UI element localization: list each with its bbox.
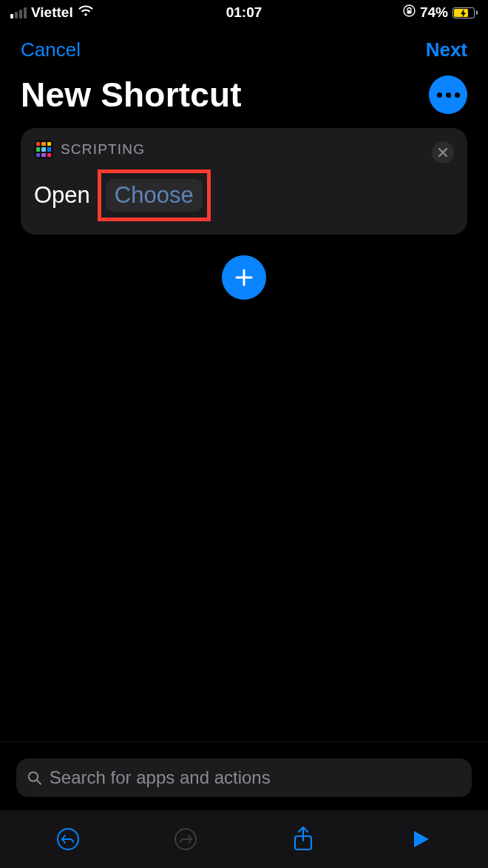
page-title: New Shortcut xyxy=(21,75,242,115)
redo-icon xyxy=(173,827,198,852)
bottom-toolbar xyxy=(0,810,488,868)
battery-icon xyxy=(453,7,478,18)
highlight-annotation: Choose xyxy=(98,169,211,221)
search-field-wrap[interactable] xyxy=(16,758,472,797)
undo-icon xyxy=(55,827,81,852)
carrier-label: Viettel xyxy=(31,4,73,21)
share-icon xyxy=(292,826,314,852)
add-action-button[interactable] xyxy=(222,255,266,300)
cancel-button[interactable]: Cancel xyxy=(21,38,81,61)
play-icon xyxy=(410,829,431,850)
run-button[interactable] xyxy=(402,821,439,858)
choose-parameter-button[interactable]: Choose xyxy=(106,179,203,212)
svg-rect-1 xyxy=(407,10,411,14)
action-verb: Open xyxy=(34,182,90,209)
title-row: New Shortcut xyxy=(0,67,488,128)
close-icon xyxy=(438,147,448,158)
nav-bar: Cancel Next xyxy=(0,25,488,67)
redo-button[interactable] xyxy=(167,821,204,858)
status-bar: Viettel 01:07 74% xyxy=(0,0,488,25)
status-right: 74% xyxy=(403,4,478,21)
undo-button[interactable] xyxy=(50,821,87,858)
action-category-label: SCRIPTING xyxy=(61,141,145,158)
status-left: Viettel xyxy=(10,4,94,21)
next-button[interactable]: Next xyxy=(426,38,467,61)
ellipsis-icon xyxy=(437,92,460,98)
plus-icon xyxy=(234,267,254,288)
cellular-signal-icon xyxy=(10,7,27,18)
scripting-app-icon xyxy=(34,140,53,159)
search-input[interactable] xyxy=(50,767,461,788)
search-icon xyxy=(27,770,42,786)
wifi-icon xyxy=(78,4,94,21)
clock: 01:07 xyxy=(226,4,262,21)
orientation-lock-icon xyxy=(403,4,416,21)
search-strip xyxy=(0,741,488,810)
action-card: SCRIPTING Open Choose xyxy=(21,128,467,235)
more-options-button[interactable] xyxy=(429,75,467,114)
share-button[interactable] xyxy=(285,821,322,858)
remove-action-button[interactable] xyxy=(432,141,454,164)
battery-percent: 74% xyxy=(420,4,448,21)
